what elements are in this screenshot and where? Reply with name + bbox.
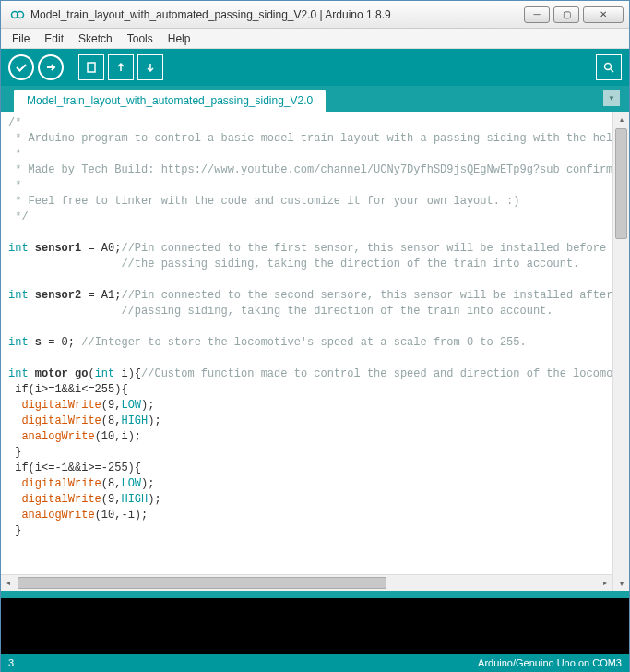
save-button[interactable] — [137, 54, 163, 80]
maximize-button[interactable]: ▢ — [553, 6, 579, 23]
scroll-up-arrow[interactable]: ▴ — [613, 112, 629, 126]
status-board-port: Arduino/Genuino Uno on COM3 — [478, 657, 622, 668]
menu-edit[interactable]: Edit — [37, 30, 71, 47]
upload-button[interactable] — [38, 54, 64, 80]
sketch-tab[interactable]: Model_train_layout_with_automated_passin… — [14, 90, 326, 112]
status-line-number: 3 — [8, 657, 478, 668]
menubar: File Edit Sketch Tools Help — [1, 29, 629, 49]
vertical-scrollbar[interactable]: ▴ ▾ — [612, 112, 629, 591]
tab-menu-button[interactable]: ▼ — [603, 90, 620, 106]
window-title: Model_train_layout_with_automated_passin… — [30, 8, 524, 21]
hscroll-thumb[interactable] — [18, 577, 386, 589]
editor-area: /* * Arduino program to control a basic … — [1, 112, 629, 591]
svg-point-3 — [605, 64, 612, 70]
minimize-button[interactable]: ─ — [524, 6, 550, 23]
toolbar — [1, 49, 629, 86]
window-controls: ─ ▢ ✕ — [524, 6, 624, 23]
app-window: Model_train_layout_with_automated_passin… — [0, 0, 630, 672]
verify-button[interactable] — [8, 54, 34, 80]
close-button[interactable]: ✕ — [583, 6, 624, 23]
menu-file[interactable]: File — [5, 30, 37, 47]
new-button[interactable] — [78, 54, 104, 80]
console-divider[interactable] — [1, 591, 629, 598]
svg-rect-2 — [88, 63, 95, 72]
serial-monitor-button[interactable] — [596, 54, 622, 80]
menu-help[interactable]: Help — [160, 30, 198, 47]
tabbar: Model_train_layout_with_automated_passin… — [1, 86, 629, 112]
scroll-down-arrow[interactable]: ▾ — [613, 576, 629, 591]
scroll-right-arrow[interactable]: ▸ — [598, 575, 612, 591]
scroll-left-arrow[interactable]: ◂ — [1, 575, 16, 591]
console-output[interactable] — [1, 598, 629, 654]
horizontal-scrollbar[interactable]: ◂ ▸ — [1, 574, 612, 591]
menu-sketch[interactable]: Sketch — [71, 30, 120, 47]
arduino-icon — [10, 7, 25, 22]
code-editor[interactable]: /* * Arduino program to control a basic … — [1, 112, 612, 574]
menu-tools[interactable]: Tools — [120, 30, 160, 47]
open-button[interactable] — [108, 54, 134, 80]
vscroll-thumb[interactable] — [615, 128, 627, 239]
titlebar[interactable]: Model_train_layout_with_automated_passin… — [1, 1, 629, 29]
statusbar: 3 Arduino/Genuino Uno on COM3 — [1, 654, 629, 672]
